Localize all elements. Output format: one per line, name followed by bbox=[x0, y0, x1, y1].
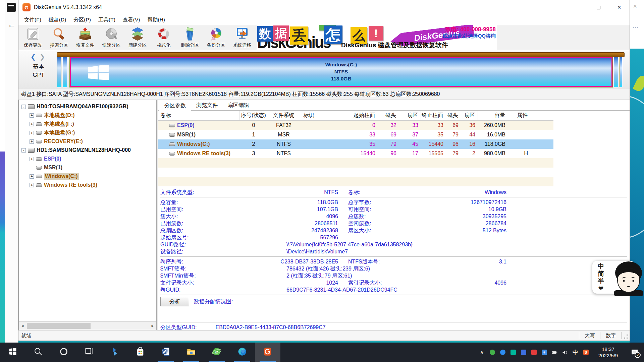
background-close-icon[interactable]: ✕ bbox=[633, 3, 637, 9]
menu-item-2[interactable]: 分区(P) bbox=[70, 15, 95, 24]
taskbar-app-explorer[interactable] bbox=[178, 343, 204, 362]
scroll-right-icon[interactable]: ► bbox=[149, 322, 156, 330]
more-options-icon[interactable]: ⋯ bbox=[632, 23, 639, 31]
collapse-icon[interactable]: - bbox=[21, 105, 26, 109]
tree-item-本地磁盘(D:)[interactable]: +本地磁盘(D:) bbox=[19, 111, 156, 120]
tree-horizontal-scrollbar[interactable]: ◄ ► bbox=[19, 321, 156, 330]
taskbar-app-diskgenius[interactable] bbox=[255, 343, 280, 362]
toolbar-button-删除分区[interactable]: 删除分区 bbox=[177, 25, 203, 50]
tree-item-HD0:TOSHIBAMQ04ABF100(932GB)[interactable]: -HD0:TOSHIBAMQ04ABF100(932GB) bbox=[19, 102, 156, 111]
detail-label: 文件记录大小: bbox=[160, 279, 269, 286]
prev-disk-arrow[interactable]: ❮ bbox=[31, 53, 36, 60]
scrollbar-thumb[interactable] bbox=[27, 323, 91, 329]
tab-扇区编辑[interactable]: 扇区编辑 bbox=[223, 101, 254, 110]
toolbar-button-备份分区[interactable]: 备份分区 bbox=[203, 25, 229, 50]
column-header-终止柱面[interactable]: 终止柱面 bbox=[421, 111, 446, 120]
notification-center-icon[interactable]: 2 bbox=[625, 343, 644, 362]
tray-app-green[interactable] bbox=[487, 343, 497, 362]
expand-icon[interactable]: + bbox=[30, 174, 34, 179]
menu-item-1[interactable]: 磁盘(D) bbox=[45, 15, 70, 24]
expand-icon[interactable]: + bbox=[30, 157, 34, 161]
tray-app-red[interactable] bbox=[529, 343, 539, 362]
taskbar-app-ie-browser[interactable]: e bbox=[204, 343, 229, 362]
tab-分区参数[interactable]: 分区参数 bbox=[159, 101, 191, 111]
expand-icon[interactable]: + bbox=[30, 131, 34, 135]
collapse-icon[interactable]: - bbox=[21, 148, 26, 153]
expand-icon[interactable]: + bbox=[30, 122, 34, 126]
menu-item-5[interactable]: 帮助(H) bbox=[144, 15, 169, 24]
maximize-button[interactable] bbox=[588, 0, 609, 15]
expand-icon[interactable]: + bbox=[30, 183, 34, 187]
column-header-标识[interactable]: 标识 bbox=[300, 111, 320, 120]
analyze-button[interactable]: 分析 bbox=[160, 297, 189, 306]
snowflake-tray-icon[interactable]: ❄ bbox=[539, 343, 549, 362]
menu-item-4[interactable]: 查看(V) bbox=[119, 15, 144, 24]
table-row-Windows RE tools(3)[interactable]: Windows RE tools(3)3NTFS1544096171556579… bbox=[158, 149, 553, 158]
close-button[interactable]: ✕ bbox=[609, 0, 630, 15]
scroll-left-icon[interactable]: ◄ bbox=[19, 322, 26, 330]
next-disk-arrow[interactable]: ❯ bbox=[40, 53, 45, 60]
sogou-icon[interactable]: S bbox=[581, 343, 591, 362]
table-row-Windows(C:)[interactable]: Windows(C:)2NTFS357945154409616118.0GB bbox=[158, 139, 553, 149]
column-header-磁头[interactable]: 磁头 bbox=[378, 111, 399, 120]
tree-item-HD1:SAMSUNGMZNLN128HAHQ-000[interactable]: -HD1:SAMSUNGMZNLN128HAHQ-000 bbox=[19, 146, 156, 155]
taskbar-app-feishu[interactable] bbox=[102, 343, 127, 362]
volume-icon[interactable] bbox=[560, 343, 570, 362]
taskbar-app-cortana[interactable] bbox=[51, 343, 76, 362]
tray-app-blue[interactable] bbox=[497, 343, 508, 362]
disk-header-bar[interactable] bbox=[57, 52, 625, 57]
tray-app-teal[interactable] bbox=[508, 343, 518, 362]
resize-grip[interactable] bbox=[622, 330, 630, 341]
tree-item-MSR(1)[interactable]: MSR(1) bbox=[19, 163, 156, 172]
toolbar-button-恢复文件[interactable]: 恢复文件 bbox=[72, 25, 98, 50]
column-header-属性[interactable]: 属性 bbox=[508, 111, 531, 120]
partition-bar-windows-c[interactable]: Windows(C:) NTFS 118.0GB bbox=[70, 57, 612, 87]
table-row-MSR(1)[interactable]: MSR(1)1MSR33693735794416.0MB bbox=[158, 130, 553, 139]
tree-item-RECOVERY(E:)[interactable]: +RECOVERY(E:) bbox=[19, 137, 156, 146]
partition-bar-re-tools[interactable] bbox=[614, 57, 618, 87]
table-row-ESP(0)[interactable]: ESP(0)0FAT3203233336936260.0MB bbox=[158, 121, 553, 130]
expand-icon[interactable]: + bbox=[30, 139, 34, 144]
partition-bar-msr[interactable] bbox=[63, 57, 67, 87]
banner-qq-link[interactable]: 或点击此处选择QQ咨询 bbox=[443, 33, 496, 39]
tree-item-本地磁盘(G:)[interactable]: +本地磁盘(G:) bbox=[19, 128, 156, 137]
tree-item-Windows(C:)[interactable]: +Windows(C:) bbox=[19, 172, 156, 181]
toolbar-button-系统迁移[interactable]: 系统迁移 bbox=[229, 25, 255, 50]
column-header-文件系统[interactable]: 文件系统 bbox=[270, 111, 300, 120]
taskbar-app-word[interactable] bbox=[153, 343, 178, 362]
taskbar-app-task-view[interactable] bbox=[76, 343, 102, 362]
toolbar-button-格式化[interactable]: 格式化 bbox=[151, 25, 177, 50]
tree-item-Windows RE tools(3)[interactable]: +Windows RE tools(3) bbox=[19, 181, 156, 189]
taskbar-app-start[interactable] bbox=[0, 343, 25, 362]
ime-mode[interactable]: 中 bbox=[570, 343, 581, 362]
column-header-磁头[interactable]: 磁头 bbox=[446, 111, 461, 120]
battery-icon[interactable] bbox=[549, 343, 560, 362]
column-header-扇区[interactable]: 扇区 bbox=[461, 111, 478, 120]
menu-item-0[interactable]: 文件(F) bbox=[20, 15, 45, 24]
toolbar-button-快速分区[interactable]: 快速分区 bbox=[98, 25, 124, 50]
promo-banner[interactable]: DiskGenius 数据丢怎么!DiskGenius 致电: 400-008-… bbox=[257, 25, 497, 50]
column-header-扇区[interactable]: 扇区 bbox=[399, 111, 421, 120]
taskbar-clock[interactable]: 18:37 2022/5/9 bbox=[593, 346, 623, 359]
menu-item-3[interactable]: 工具(T) bbox=[95, 15, 119, 24]
minimize-button[interactable]: — bbox=[567, 0, 588, 15]
column-header-起始柱面[interactable]: 起始柱面 bbox=[320, 111, 378, 120]
taskbar-app-edge[interactable] bbox=[229, 343, 255, 362]
column-header-容量[interactable]: 容量 bbox=[478, 111, 508, 120]
cell: 44 bbox=[461, 132, 478, 138]
tree-item-本地磁盘(F:)[interactable]: +本地磁盘(F:) bbox=[19, 120, 156, 128]
tree-item-ESP(0)[interactable]: +ESP(0) bbox=[19, 155, 156, 163]
tab-浏览文件[interactable]: 浏览文件 bbox=[191, 101, 223, 110]
toolbar-button-保存更改[interactable]: 保存更改 bbox=[20, 25, 46, 50]
column-header-卷标[interactable]: 卷标 bbox=[158, 111, 240, 120]
taskbar-app-search[interactable] bbox=[25, 343, 51, 362]
toolbar-button-搜索分区[interactable]: 搜索分区 bbox=[46, 25, 72, 50]
expand-icon[interactable]: + bbox=[30, 113, 34, 118]
column-header-序号(状态)[interactable]: 序号(状态) bbox=[240, 111, 270, 120]
partition-bar-esp[interactable] bbox=[57, 57, 61, 87]
hidden-icons-chevron[interactable]: ∧ bbox=[477, 343, 487, 362]
back-arrow-icon[interactable]: ← bbox=[7, 19, 16, 30]
taskbar-app-store[interactable] bbox=[127, 343, 153, 362]
toolbar-button-新建分区[interactable]: 新建分区 bbox=[124, 25, 151, 50]
tray-app-indigo[interactable] bbox=[518, 343, 529, 362]
